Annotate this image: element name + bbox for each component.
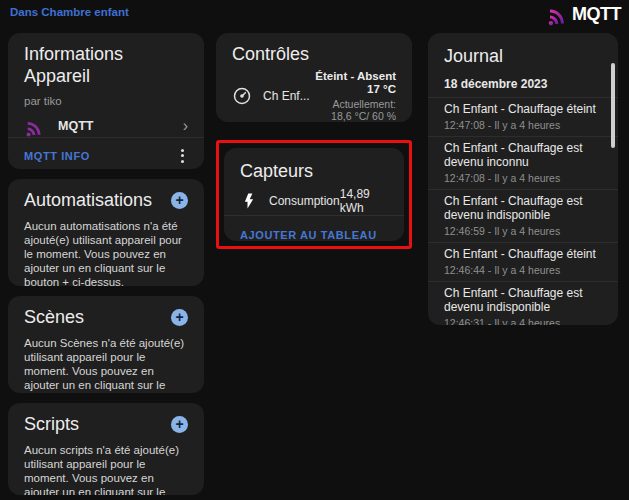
climate-state-main: Éteint - Absent 17 °C [310,70,396,96]
device-info-card: Informations Appareil par tiko MQTT › MQ… [8,33,204,169]
journal-entry-name[interactable]: Ch Enfant - Chauffage est devenu indispo… [444,194,602,222]
automations-empty-text: Aucun automatisations n'a été ajouté(e) … [24,219,188,286]
sensors-card: Capteurs Consumption 14,89 kWh AJOUTER A… [224,148,404,241]
journal-entry-name[interactable]: Ch Enfant - Chauffage éteint [444,102,602,116]
journal-entries: Ch Enfant - Chauffage éteint 12:47:08 - … [428,97,618,325]
journal-entry-time: 12:47:08 - Il y a 4 heures [444,172,602,184]
device-manufacturer: par tiko [24,95,188,107]
journal-entry-time: 12:47:08 - Il y a 4 heures [444,119,602,131]
more-options-icon[interactable] [177,145,188,167]
climate-entity-row[interactable]: Ch Enf... Éteint - Absent 17 °C Actuelle… [216,70,412,122]
journal-entry: Ch Enfant - Chauffage éteint 12:46:44 - … [428,242,618,281]
journal-entry-time: 12:46:31 - Il y a 4 heures [444,317,602,325]
middle-column: Contrôles Ch Enf... Éteint - Absent 17 °… [216,33,412,249]
left-column: Informations Appareil par tiko MQTT › MQ… [8,33,204,495]
journal-title: Journal [444,45,602,67]
climate-state-sub: Actuellement: 18,6 °C/ 60 % [310,98,396,122]
mqtt-logo-icon [546,2,570,26]
scripts-card: Scripts + Aucun scripts n'a été ajouté(e… [8,403,204,495]
integration-name: MQTT [58,119,93,133]
breadcrumb[interactable]: Dans Chambre enfant [10,6,129,18]
journal-entry-name[interactable]: Ch Enfant - Chauffage est devenu inconnu [444,141,602,169]
mqtt-info-button[interactable]: MQTT INFO [24,150,90,162]
journal-entry: Ch Enfant - Chauffage est devenu inconnu… [428,136,618,189]
scripts-title: Scripts [24,413,79,435]
journal-scrollbar[interactable] [611,63,615,148]
journal-entry-time: 12:46:44 - Il y a 4 heures [444,264,602,276]
consumption-entity-row[interactable]: Consumption 14,89 kWh [224,187,404,215]
journal-entry-name[interactable]: Ch Enfant - Chauffage est devenu indispo… [444,286,602,314]
mqtt-logo: MQTT [546,2,621,26]
mqtt-integration-icon [24,115,46,137]
lightning-bolt-icon [240,192,258,210]
journal-date-header: 18 décembre 2023 [444,77,602,91]
journal-entry: Ch Enfant - Chauffage éteint 12:47:08 - … [428,97,618,136]
scenes-title: Scènes [24,306,84,328]
sensors-add-to-dashboard-button[interactable]: AJOUTER AU TABLEAU DE BORD [240,229,377,241]
scripts-empty-text: Aucun scripts n'a été ajouté(e) utilisan… [24,443,188,495]
climate-entity-name: Ch Enf... [263,89,310,103]
journal-entry-name[interactable]: Ch Enfant - Chauffage éteint [444,247,602,261]
automations-card: Automatisations + Aucun automatisations … [8,179,204,286]
add-scene-button[interactable]: + [171,309,188,326]
thermostat-icon [232,86,252,106]
controls-card: Contrôles Ch Enf... Éteint - Absent 17 °… [216,33,412,122]
controls-title: Contrôles [232,43,396,65]
journal-card: Journal 18 décembre 2023 Ch Enfant - Cha… [428,33,618,325]
journal-entry: Ch Enfant - Chauffage est devenu indispo… [428,281,618,325]
scenes-empty-text: Aucun Scènes n'a été ajouté(e) utilisant… [24,336,188,393]
add-automation-button[interactable]: + [171,192,188,209]
device-page: Dans Chambre enfant MQTT Informations Ap… [0,0,629,500]
add-script-button[interactable]: + [171,416,188,433]
chevron-right-icon: › [183,118,188,134]
automations-title: Automatisations [24,189,152,211]
integration-row-mqtt[interactable]: MQTT › [8,115,204,137]
scenes-card: Scènes + Aucun Scènes n'a été ajouté(e) … [8,296,204,393]
right-column: Journal 18 décembre 2023 Ch Enfant - Cha… [428,33,618,325]
climate-entity-state: Éteint - Absent 17 °C Actuellement: 18,6… [310,70,396,122]
journal-entry-time: 12:46:59 - Il y a 4 heures [444,225,602,237]
sensors-title: Capteurs [240,160,388,182]
consumption-value: 14,89 kWh [340,187,388,215]
consumption-entity-name: Consumption [269,194,340,208]
mqtt-logo-text: MQTT [572,4,621,25]
journal-entry: Ch Enfant - Chauffage est devenu indispo… [428,189,618,242]
red-highlight-box: Capteurs Consumption 14,89 kWh AJOUTER A… [216,140,412,249]
device-info-title: Informations Appareil [24,43,188,87]
